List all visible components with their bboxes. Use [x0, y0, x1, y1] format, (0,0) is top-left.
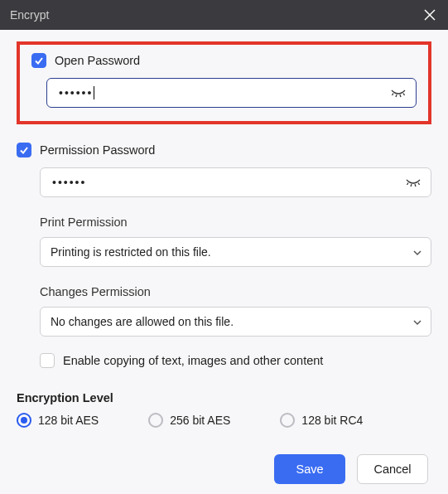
enable-copy-checkbox[interactable]	[40, 353, 55, 368]
toggle-visibility-button[interactable]	[405, 177, 422, 188]
open-password-highlight: Open Password ••••••	[17, 41, 431, 124]
permission-password-value: ••••••	[52, 176, 86, 189]
close-button[interactable]	[422, 7, 438, 23]
changes-permission-select[interactable]: No changes are allowed on this file.	[40, 307, 431, 337]
radio-button	[17, 413, 31, 428]
permission-password-row: Permission Password	[17, 143, 431, 157]
titlebar: Encrypt	[0, 0, 448, 30]
open-password-value: ••••••	[59, 86, 93, 99]
permission-password-checkbox[interactable]	[17, 143, 31, 157]
radio-rc4128[interactable]: 128 bit RC4	[280, 413, 363, 428]
svg-line-4	[400, 94, 401, 97]
cancel-button-label: Cancel	[373, 463, 411, 476]
svg-line-6	[407, 183, 409, 186]
print-permission-select[interactable]: Printing is restricted on this file.	[40, 237, 431, 267]
eye-closed-icon	[390, 87, 407, 99]
print-permission-value: Printing is restricted on this file.	[51, 245, 211, 259]
open-password-field: ••••••	[31, 78, 417, 108]
enable-copy-row: Enable copying of text, images and other…	[40, 353, 431, 368]
encryption-radio-group: 128 bit AES 256 bit AES 128 bit RC4	[17, 413, 431, 428]
encryption-level-section: Encryption Level 128 bit AES 256 bit AES…	[17, 391, 431, 428]
svg-line-7	[411, 184, 412, 186]
check-icon	[34, 56, 44, 65]
save-button[interactable]: Save	[274, 454, 345, 484]
dialog-footer: Save Cancel	[0, 428, 448, 484]
svg-line-3	[396, 94, 397, 97]
permission-section: •••••• Print Permission Printing is rest…	[17, 167, 431, 368]
open-password-input[interactable]: ••••••	[46, 78, 417, 108]
svg-line-5	[403, 94, 405, 96]
radio-label: 128 bit RC4	[301, 414, 363, 427]
print-permission-label: Print Permission	[40, 216, 431, 229]
window-title: Encrypt	[10, 8, 49, 22]
svg-line-8	[415, 184, 416, 186]
svg-line-9	[418, 183, 420, 186]
permission-password-label: Permission Password	[40, 143, 155, 157]
close-icon	[424, 9, 436, 21]
radio-aes256[interactable]: 256 bit AES	[148, 413, 230, 428]
chevron-down-icon	[412, 315, 422, 328]
open-password-checkbox[interactable]	[31, 53, 46, 68]
open-password-row: Open Password	[31, 53, 417, 68]
open-password-label: Open Password	[55, 54, 140, 67]
check-icon	[19, 145, 29, 155]
radio-button	[280, 413, 295, 428]
cancel-button[interactable]: Cancel	[357, 454, 428, 484]
enable-copy-label: Enable copying of text, images and other…	[63, 354, 323, 367]
chevron-down-icon	[412, 245, 422, 259]
svg-line-2	[393, 94, 394, 96]
dialog-content: Open Password •••••• Permission Password…	[0, 30, 448, 428]
text-caret	[94, 86, 94, 99]
radio-aes128[interactable]: 128 bit AES	[17, 413, 99, 428]
changes-permission-label: Changes Permission	[40, 285, 431, 298]
radio-label: 128 bit AES	[38, 414, 99, 427]
eye-closed-icon	[405, 177, 422, 188]
radio-button	[148, 413, 163, 428]
permission-password-field: ••••••	[40, 167, 431, 197]
changes-permission-value: No changes are allowed on this file.	[51, 315, 234, 328]
save-button-label: Save	[296, 463, 323, 476]
radio-label: 256 bit AES	[170, 414, 230, 427]
toggle-visibility-button[interactable]	[390, 87, 407, 99]
encryption-level-title: Encryption Level	[17, 391, 431, 404]
permission-password-input[interactable]: ••••••	[40, 167, 431, 197]
